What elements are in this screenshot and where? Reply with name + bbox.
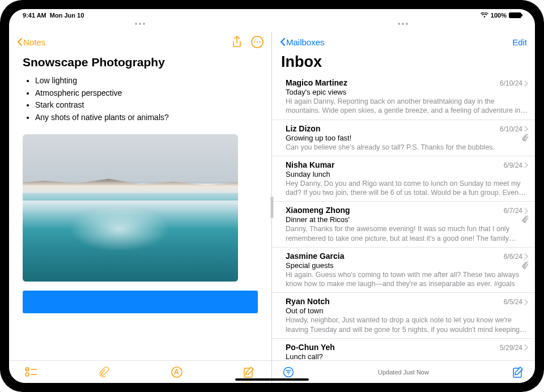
chevron-right-icon bbox=[524, 126, 528, 132]
mail-app-pane: Mailboxes Edit Inbox Magico Martinez 6/1… bbox=[272, 32, 535, 383]
battery-percent: 100% bbox=[491, 12, 507, 19]
share-button[interactable] bbox=[231, 36, 243, 48]
note-bullet: Low lighting bbox=[35, 75, 258, 87]
chevron-right-icon bbox=[524, 344, 528, 351]
chevron-right-icon bbox=[524, 80, 528, 87]
chevron-right-icon bbox=[524, 253, 528, 259]
checklist-icon bbox=[25, 367, 37, 377]
mail-message-row[interactable]: Magico Martinez 6/10/24 Today's epic vie… bbox=[272, 74, 535, 120]
mail-toolbar: Updated Just Now bbox=[272, 360, 535, 383]
chevron-right-icon bbox=[524, 162, 528, 168]
message-sender: Liz Dizon bbox=[286, 124, 320, 133]
share-icon bbox=[232, 36, 242, 48]
message-sender: Po-Chun Yeh bbox=[286, 343, 335, 352]
note-title: Snowscape Photography bbox=[23, 56, 258, 69]
ellipsis-circle-icon bbox=[251, 36, 264, 48]
mailboxes-label: Mailboxes bbox=[286, 37, 325, 47]
svg-point-3 bbox=[259, 41, 260, 42]
message-preview: Danny, Thanks for the awesome evening! I… bbox=[286, 224, 528, 243]
note-image[interactable] bbox=[23, 134, 238, 282]
note-bullet: Any shots of native plants or animals? bbox=[35, 112, 258, 124]
battery-icon bbox=[509, 12, 521, 18]
chevron-left-icon bbox=[17, 38, 22, 46]
message-date: 6/10/24 bbox=[500, 125, 528, 133]
mail-nav-bar: Mailboxes Edit bbox=[272, 32, 535, 52]
svg-point-6 bbox=[26, 373, 29, 376]
note-bullet-list: Low lightingAtmospheric perspectiveStark… bbox=[23, 75, 258, 124]
message-subject: Sunday lunch bbox=[286, 170, 330, 178]
status-bar: 9:41 AM Mon Jun 10 100% bbox=[9, 9, 535, 22]
mail-message-row[interactable]: Liz Dizon 6/10/24 Growing up too fast! C… bbox=[272, 120, 535, 156]
message-sender: Magico Martinez bbox=[286, 78, 347, 87]
multitask-handle-right[interactable]: ••• bbox=[272, 22, 535, 32]
mail-edit-button[interactable]: Edit bbox=[512, 37, 527, 47]
chevron-right-icon bbox=[524, 208, 528, 214]
message-preview: Hi again Danny, Reporting back on anothe… bbox=[286, 97, 528, 116]
notes-app-pane: Notes Snowscape Photography Low l bbox=[9, 32, 272, 383]
svg-point-1 bbox=[254, 41, 255, 42]
message-preview: Hey Danny, Do you and Rigo want to come … bbox=[286, 179, 528, 198]
markup-icon bbox=[171, 366, 183, 378]
message-subject: Lunch call? bbox=[286, 352, 323, 360]
message-preview: Howdy, neighbor, Just wanted to drop a q… bbox=[286, 316, 528, 334]
filter-button[interactable] bbox=[282, 366, 295, 378]
chevron-left-icon bbox=[280, 38, 285, 46]
message-date: 6/6/24 bbox=[504, 253, 528, 261]
message-date: 6/7/24 bbox=[504, 207, 528, 215]
message-preview: Can you believe she's already so tall? P… bbox=[286, 143, 528, 152]
note-content[interactable]: Snowscape Photography Low lightingAtmosp… bbox=[9, 52, 271, 360]
notes-back-button[interactable]: Notes bbox=[17, 37, 45, 47]
message-subject: Today's epic views bbox=[286, 88, 346, 96]
mail-message-row[interactable]: Jasmine Garcia 6/6/24 Special guests Hi … bbox=[272, 248, 535, 293]
notes-toolbar bbox=[9, 360, 271, 383]
attachment-icon bbox=[522, 216, 528, 223]
svg-point-8 bbox=[172, 367, 182, 377]
compose-icon bbox=[512, 366, 525, 378]
note-bullet: Stark contrast bbox=[35, 99, 258, 112]
message-date: 6/10/24 bbox=[500, 79, 528, 87]
home-indicator[interactable] bbox=[235, 378, 309, 381]
checklist-button[interactable] bbox=[25, 366, 37, 378]
message-sender: Nisha Kumar bbox=[286, 160, 334, 169]
split-view-divider[interactable] bbox=[271, 197, 274, 218]
message-sender: Jasmine Garcia bbox=[286, 252, 345, 261]
notes-back-label: Notes bbox=[23, 37, 45, 47]
status-date: Mon Jun 10 bbox=[50, 12, 84, 19]
paperclip-icon bbox=[98, 366, 109, 378]
chevron-right-icon bbox=[524, 299, 528, 305]
markup-button[interactable] bbox=[171, 366, 183, 378]
message-sender: Ryan Notch bbox=[286, 297, 330, 306]
attachment-button[interactable] bbox=[97, 366, 110, 378]
message-subject: Growing up too fast! bbox=[286, 134, 351, 142]
message-date: 5/29/24 bbox=[500, 344, 528, 352]
mail-message-row[interactable]: Po-Chun Yeh 5/29/24 Lunch call? bbox=[272, 339, 535, 360]
svg-point-2 bbox=[257, 41, 258, 42]
message-subject: Out of town bbox=[286, 306, 323, 315]
mail-message-row[interactable]: Nisha Kumar 6/9/24 Sunday lunch Hey Dann… bbox=[272, 156, 535, 202]
compose-icon bbox=[243, 366, 256, 378]
status-time: 9:41 AM bbox=[23, 12, 46, 19]
message-sender: Xiaomeng Zhong bbox=[286, 206, 350, 215]
mailboxes-back-button[interactable]: Mailboxes bbox=[280, 37, 325, 47]
mail-message-row[interactable]: Xiaomeng Zhong 6/7/24 Dinner at the Rico… bbox=[272, 202, 535, 248]
message-subject: Special guests bbox=[286, 261, 334, 270]
multitask-handle-left[interactable]: ••• bbox=[9, 22, 272, 32]
notes-nav-bar: Notes bbox=[9, 32, 271, 52]
compose-mail-button[interactable] bbox=[512, 366, 525, 378]
message-date: 6/5/24 bbox=[504, 298, 528, 306]
attachment-icon bbox=[522, 262, 528, 269]
filter-icon bbox=[283, 367, 294, 378]
mail-status-text: Updated Just Now bbox=[295, 369, 512, 376]
multitask-handles: ••• ••• bbox=[9, 22, 535, 32]
compose-note-button[interactable] bbox=[243, 366, 256, 378]
more-button[interactable] bbox=[251, 36, 264, 48]
message-subject: Dinner at the Ricos' bbox=[286, 215, 350, 224]
message-preview: Hi again. Guess who's coming to town wit… bbox=[286, 270, 528, 289]
attachment-icon bbox=[522, 134, 528, 141]
mail-message-row[interactable]: Ryan Notch 6/5/24 Out of town Howdy, nei… bbox=[272, 293, 535, 339]
mailbox-title: Inbox bbox=[272, 52, 535, 74]
message-date: 6/9/24 bbox=[504, 161, 528, 169]
note-bullet: Atmospheric perspective bbox=[35, 87, 258, 100]
mail-message-list[interactable]: Magico Martinez 6/10/24 Today's epic vie… bbox=[272, 74, 535, 360]
note-image-selection[interactable] bbox=[23, 291, 258, 313]
